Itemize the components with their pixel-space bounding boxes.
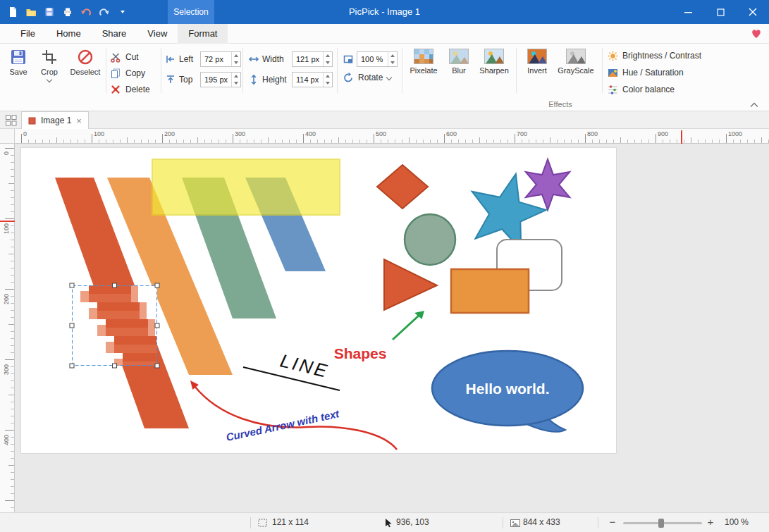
crop-button[interactable]: Crop (34, 45, 65, 99)
image-size-value: 844 x 433 (523, 513, 560, 532)
position-group: Left 72 px Top 195 px (165, 45, 241, 99)
sharpen-thumbnail-icon (484, 49, 504, 64)
deselect-label: Deselect (70, 68, 101, 76)
left-value: 72 px (201, 52, 231, 66)
deselect-button[interactable]: Deselect (65, 45, 106, 99)
effects-buttons-group: Pixelate Blur Sharpen (406, 45, 512, 99)
height-spinner[interactable]: 114 px (292, 72, 333, 87)
hruler-number: 800 (587, 130, 598, 137)
selection-handle (155, 364, 159, 368)
sharpen-button[interactable]: Sharpen (476, 45, 512, 99)
grayscale-label: GrayScale (558, 66, 593, 75)
qat-dropdown-button[interactable] (114, 4, 131, 20)
redo-icon (99, 6, 110, 18)
redo-button[interactable] (96, 4, 113, 20)
zoom-out-button[interactable]: − (606, 513, 619, 532)
hue-saturation-label: Hue / Saturation (622, 68, 684, 78)
tab-file-label: File (20, 28, 35, 39)
grayscale-button[interactable]: GrayScale (554, 45, 598, 99)
effects-group-caption: Effects (522, 100, 599, 109)
print-icon (62, 6, 73, 18)
brightness-contrast-button[interactable]: Brightness / Contrast (608, 47, 701, 64)
open-file-button[interactable] (23, 4, 39, 20)
save-quick-button[interactable] (41, 4, 58, 20)
scale-spinner[interactable]: 100 % (357, 51, 398, 67)
favorite-button[interactable] (751, 28, 762, 39)
tab-view[interactable]: View (137, 24, 178, 44)
zoom-in-button[interactable]: + (704, 513, 717, 532)
height-icon (248, 74, 259, 85)
tab-format[interactable]: Format (178, 24, 228, 44)
tab-share[interactable]: Share (92, 24, 137, 44)
curved-arrow-textpath: Curved Arrow with text (225, 407, 340, 443)
image-surface[interactable]: Shapes LINE Curved Arrow with text Hello… (21, 148, 616, 453)
pixelate-button[interactable]: Pixelate (406, 45, 441, 99)
color-balance-button[interactable]: Color balance (608, 81, 701, 98)
color-adjust-group: Brightness / Contrast Hue / Saturation C… (608, 45, 701, 99)
cut-button[interactable]: Cut (109, 49, 159, 65)
left-spin-row: Left 72 px (165, 51, 241, 67)
size-group: Width 121 px Height 114 px (248, 45, 333, 99)
pixelate-thumbnail-icon (414, 49, 433, 64)
copy-button[interactable]: Copy (109, 65, 159, 81)
collapse-ribbon-button[interactable] (748, 100, 761, 110)
triangle-shape (384, 259, 437, 310)
invert-button[interactable]: Invert (520, 45, 554, 99)
delete-label: Delete (125, 85, 150, 94)
undo-icon (80, 6, 92, 18)
zoom-slider-thumb[interactable] (658, 519, 664, 528)
left-spinner[interactable]: 72 px (200, 51, 241, 67)
chevron-up-icon (749, 101, 759, 109)
status-separator (503, 517, 503, 528)
clipboard-group: Cut Copy Delete (109, 45, 159, 99)
horizontal-ruler: 0 100 200 300 400 500 600 700 800 900 10… (15, 129, 769, 144)
close-button[interactable] (737, 0, 769, 24)
hruler-number: 1000 (728, 130, 742, 137)
width-spinner-arrows[interactable] (323, 52, 332, 66)
selection-actions-group: Save Crop Deselect (3, 45, 106, 99)
tab-home[interactable]: Home (46, 24, 92, 44)
delete-button[interactable]: Delete (109, 81, 159, 97)
height-spin-row: Height 114 px (248, 72, 333, 87)
width-spinner[interactable]: 121 px (292, 51, 333, 67)
undo-button[interactable] (78, 4, 94, 20)
new-file-button[interactable] (4, 4, 21, 20)
close-icon (749, 8, 757, 16)
status-separator (250, 517, 251, 528)
tab-grid-button[interactable] (5, 114, 18, 127)
top-value: 195 px (201, 73, 231, 87)
vertical-ruler: 0 100 200 300 400 (0, 144, 15, 512)
crop-label: Crop (41, 68, 58, 76)
ribbon-separator (106, 48, 106, 93)
scale-spinner-arrows[interactable] (388, 52, 397, 66)
left-spinner-arrows[interactable] (231, 52, 240, 66)
left-label: Left (179, 54, 197, 64)
minimize-button[interactable] (672, 0, 704, 24)
selection-handle (113, 364, 117, 368)
canvas-artwork: Shapes LINE Curved Arrow with text Hello… (21, 148, 616, 453)
rotate-row[interactable]: Rotate (343, 72, 398, 83)
save-button[interactable]: Save (3, 45, 34, 99)
tab-file[interactable]: File (10, 24, 46, 44)
print-button[interactable] (59, 4, 76, 20)
brightness-contrast-label: Brightness / Contrast (622, 51, 701, 61)
selection-handle (70, 323, 74, 328)
maximize-button[interactable] (704, 0, 737, 24)
hruler-number: 500 (376, 130, 386, 137)
context-tab-selection[interactable]: Selection (168, 0, 214, 24)
height-spinner-arrows[interactable] (323, 73, 332, 87)
maximize-icon (717, 8, 725, 16)
top-spinner-arrows[interactable] (231, 73, 240, 87)
zoom-level-value: 100 % (725, 513, 749, 532)
context-tab-label: Selection (173, 7, 208, 17)
hruler-number: 300 (235, 130, 245, 137)
shapes-label: Shapes (334, 345, 387, 361)
tab-close-button[interactable]: × (76, 116, 82, 125)
vruler-number: 300 (3, 364, 10, 375)
hruler-number: 0 (23, 130, 27, 137)
blur-button[interactable]: Blur (441, 45, 476, 99)
scale-rotate-group: 100 % Rotate (343, 45, 398, 99)
top-spinner[interactable]: 195 px (200, 72, 241, 87)
document-tab-image1[interactable]: Image 1 × (21, 111, 89, 129)
hue-saturation-button[interactable]: Hue / Saturation (608, 64, 701, 81)
